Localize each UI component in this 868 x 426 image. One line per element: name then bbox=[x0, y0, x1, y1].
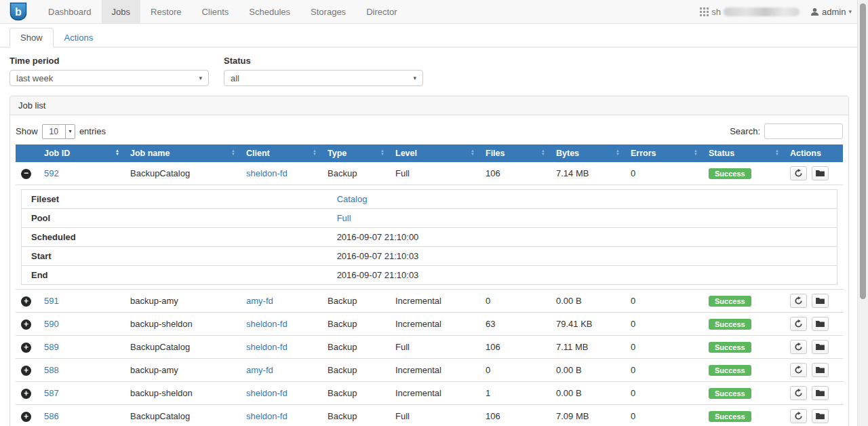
main-menu-link[interactable]: Clients bbox=[192, 0, 239, 23]
main-menu-item[interactable]: Storages bbox=[300, 0, 356, 23]
search-label: Search: bbox=[730, 126, 760, 136]
expand-row-toggle-icon[interactable] bbox=[21, 320, 31, 330]
job-name: backup-amy bbox=[130, 296, 178, 306]
client-link[interactable]: sheldon-fd bbox=[246, 388, 288, 398]
baculum-logo-icon[interactable]: b bbox=[0, 0, 38, 23]
restart-job-button[interactable] bbox=[790, 386, 807, 400]
restart-job-button[interactable] bbox=[790, 294, 807, 308]
restart-job-button[interactable] bbox=[790, 317, 807, 331]
client-link[interactable]: sheldon-fd bbox=[246, 411, 288, 421]
client-link[interactable]: sheldon-fd bbox=[246, 319, 288, 329]
sort-icon[interactable]: ▲▼ bbox=[694, 149, 698, 156]
client-link[interactable]: sheldon-fd bbox=[246, 168, 288, 178]
expand-row-toggle-icon[interactable] bbox=[21, 412, 31, 422]
column-header[interactable]: Client ▲▼ bbox=[241, 144, 322, 162]
column-header[interactable]: Job name ▲▼ bbox=[125, 144, 241, 162]
column-header[interactable]: Status ▲▼ bbox=[703, 144, 785, 162]
sort-icon[interactable]: ▲▼ bbox=[616, 149, 620, 156]
main-menu-link[interactable]: Restore bbox=[140, 0, 192, 23]
job-name: backup-sheldon bbox=[130, 319, 193, 329]
time-period-value: last week bbox=[16, 73, 53, 83]
vertical-scrollbar[interactable] bbox=[857, 0, 868, 426]
job-files-button[interactable] bbox=[812, 386, 829, 400]
column-header[interactable]: Job ID ▲▼ bbox=[39, 144, 125, 162]
expand-row-toggle-icon[interactable] bbox=[21, 389, 31, 399]
job-files: 1 bbox=[486, 388, 490, 398]
expand-row-toggle-icon[interactable] bbox=[21, 169, 31, 179]
main-menu-link[interactable]: Dashboard bbox=[38, 0, 102, 23]
job-id-link[interactable]: 586 bbox=[44, 411, 59, 421]
main-menu-link[interactable]: Schedules bbox=[239, 0, 300, 23]
column-header[interactable] bbox=[16, 144, 39, 162]
table-row: 586 BackupCatalog sheldon-fd Backup Full… bbox=[16, 405, 843, 426]
restart-job-button[interactable] bbox=[790, 340, 807, 354]
job-files-button[interactable] bbox=[812, 363, 829, 377]
expand-row-toggle-icon[interactable] bbox=[21, 366, 31, 376]
main-menu-item[interactable]: Restore bbox=[140, 0, 192, 23]
detail-row: Pool Full bbox=[22, 209, 837, 228]
tab-show[interactable]: Show bbox=[9, 28, 54, 47]
detail-row: Start 2016-09-07 21:10:03 bbox=[22, 247, 837, 266]
column-header[interactable]: Errors ▲▼ bbox=[625, 144, 703, 162]
tab-actions[interactable]: Actions bbox=[54, 28, 104, 47]
expand-row-toggle-icon[interactable] bbox=[21, 343, 31, 353]
job-files-button[interactable] bbox=[812, 294, 829, 308]
job-files: 106 bbox=[486, 168, 500, 178]
job-id-link[interactable]: 590 bbox=[44, 319, 59, 329]
host-name-prefix: sh bbox=[711, 7, 721, 17]
job-table-body: 592 BackupCatalog sheldon-fd Backup Full… bbox=[16, 162, 843, 426]
sort-icon[interactable]: ▲▼ bbox=[231, 149, 235, 156]
sort-icon[interactable]: ▲▼ bbox=[541, 149, 545, 156]
column-header[interactable]: Files ▲▼ bbox=[480, 144, 551, 162]
job-files-button[interactable] bbox=[812, 340, 829, 354]
job-id-link[interactable]: 589 bbox=[44, 342, 59, 352]
job-id-link[interactable]: 592 bbox=[44, 168, 59, 178]
sort-icon[interactable]: ▲▼ bbox=[115, 149, 119, 156]
job-name: BackupCatalog bbox=[130, 168, 190, 178]
status-select[interactable]: all ▾ bbox=[224, 70, 423, 86]
main-menu-item[interactable]: Dashboard bbox=[38, 0, 102, 23]
detail-value: Full bbox=[337, 213, 351, 223]
job-files-button[interactable] bbox=[812, 317, 829, 331]
main-menu-link[interactable]: Storages bbox=[300, 0, 356, 23]
main-menu-link[interactable]: Jobs bbox=[102, 0, 140, 23]
client-link[interactable]: amy-fd bbox=[246, 365, 273, 375]
search-input[interactable] bbox=[764, 123, 843, 139]
entries-per-page-select[interactable]: 10 ▾ bbox=[42, 124, 75, 139]
navbar-right: sh admin ▾ bbox=[700, 0, 852, 23]
sort-icon[interactable]: ▲▼ bbox=[313, 149, 317, 156]
restart-job-button[interactable] bbox=[790, 409, 807, 423]
job-id-link[interactable]: 591 bbox=[44, 296, 59, 306]
column-header[interactable]: Type ▲▼ bbox=[322, 144, 390, 162]
client-link[interactable]: sheldon-fd bbox=[246, 342, 288, 352]
main-menu-item[interactable]: Jobs bbox=[102, 0, 140, 23]
main-menu-link[interactable]: Director bbox=[356, 0, 408, 23]
main-menu-item[interactable]: Director bbox=[356, 0, 408, 23]
column-header[interactable]: Actions bbox=[785, 144, 843, 162]
main-menu-item[interactable]: Schedules bbox=[239, 0, 300, 23]
user-menu[interactable]: admin ▾ bbox=[810, 7, 852, 17]
sort-icon[interactable]: ▲▼ bbox=[380, 149, 384, 156]
scrollbar-thumb[interactable] bbox=[860, 3, 866, 299]
sort-icon[interactable]: ▲▼ bbox=[471, 149, 475, 156]
chevron-down-icon: ▾ bbox=[413, 75, 416, 81]
chevron-down-icon: ▾ bbox=[848, 8, 852, 15]
job-errors: 0 bbox=[631, 365, 635, 375]
job-files-button[interactable] bbox=[812, 166, 829, 180]
time-period-select[interactable]: last week ▾ bbox=[9, 70, 209, 86]
expand-row-toggle-icon[interactable] bbox=[21, 296, 31, 307]
restart-job-button[interactable] bbox=[790, 363, 807, 377]
job-files-button[interactable] bbox=[812, 409, 829, 423]
host-selector[interactable]: sh bbox=[700, 7, 800, 17]
restart-job-button[interactable] bbox=[790, 166, 807, 180]
job-id-link[interactable]: 587 bbox=[44, 388, 59, 398]
sort-icon[interactable]: ▲▼ bbox=[775, 149, 779, 156]
main-menu-item[interactable]: Clients bbox=[192, 0, 239, 23]
job-id-link[interactable]: 588 bbox=[44, 365, 59, 375]
column-header[interactable]: Level ▲▼ bbox=[390, 144, 480, 162]
column-header[interactable]: Bytes ▲▼ bbox=[551, 144, 625, 162]
job-errors: 0 bbox=[631, 342, 635, 352]
main-menu: Dashboard Jobs Restore Clients Schedules… bbox=[38, 0, 408, 23]
client-link[interactable]: amy-fd bbox=[246, 296, 273, 306]
apps-grid-icon bbox=[700, 7, 709, 16]
